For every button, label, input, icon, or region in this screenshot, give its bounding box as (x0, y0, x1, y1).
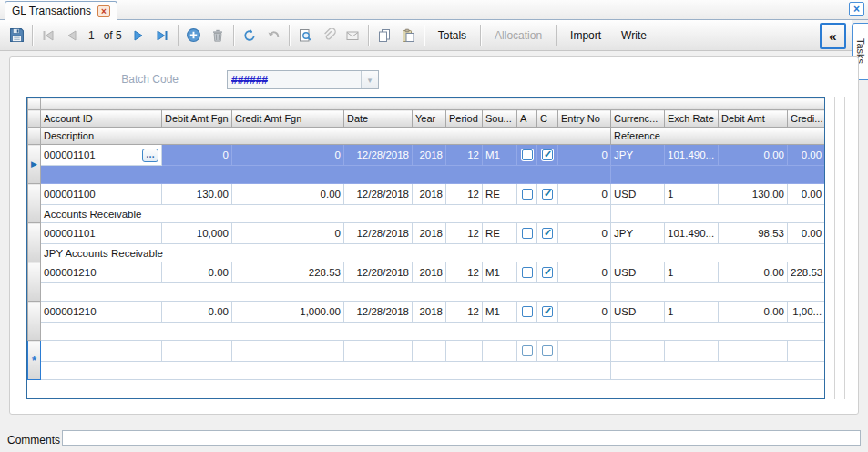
cell-account-id[interactable] (41, 341, 162, 362)
cell-debit-fgn[interactable]: 130.00 (162, 184, 232, 205)
row-indicator[interactable] (28, 223, 41, 262)
cell-credit-fgn[interactable] (232, 341, 344, 362)
c-checkbox[interactable] (542, 149, 553, 160)
cell-currency[interactable]: USD (611, 262, 665, 283)
cell-debit-amt[interactable]: 98.53 (719, 223, 788, 244)
cell-exch-rate[interactable]: 1 (665, 184, 719, 205)
cell-credit-fgn[interactable]: 1,000.00 (232, 302, 344, 323)
cell-credit-fgn[interactable]: 0 (232, 223, 344, 244)
a-checkbox[interactable] (522, 345, 533, 356)
cell-source[interactable]: M1 (483, 145, 517, 166)
cell-debit-fgn[interactable] (162, 341, 232, 362)
cell-reference[interactable] (611, 166, 825, 184)
cell-source[interactable]: M1 (483, 302, 517, 323)
row-indicator[interactable] (28, 302, 41, 341)
collapse-toolbar-button[interactable]: « (820, 23, 846, 49)
cell-date[interactable]: 12/28/2018 (344, 302, 413, 323)
cell-description[interactable] (41, 323, 611, 341)
column-header-c[interactable]: C (537, 110, 558, 128)
column-header-account-id[interactable]: Account ID (41, 110, 162, 128)
cell-credit-amt[interactable]: 1,00... (788, 302, 825, 323)
cell-currency[interactable]: JPY (611, 223, 665, 244)
column-header-date[interactable]: Date (344, 110, 413, 128)
column-header-credit-fgn[interactable]: Credit Amt Fgn (232, 110, 344, 128)
cell-exch-rate[interactable]: 1 (665, 302, 719, 323)
cell-entry-no[interactable]: 0 (558, 302, 611, 323)
cell-reference[interactable] (611, 205, 825, 223)
cell-year[interactable]: 2018 (413, 302, 446, 323)
column-header-a[interactable]: A (517, 110, 537, 128)
a-checkbox[interactable] (522, 149, 533, 160)
cell-account-id[interactable]: 000001100 (41, 184, 162, 205)
tab-close-icon[interactable]: × (97, 5, 110, 17)
cell-exch-rate[interactable]: 1 (665, 262, 719, 283)
cell-year[interactable]: 2018 (413, 223, 446, 244)
import-button[interactable]: Import (560, 29, 611, 42)
cell-period[interactable]: 12 (446, 184, 483, 205)
cell-description[interactable] (41, 166, 611, 184)
cell-description[interactable] (41, 283, 611, 302)
add-record-button[interactable] (182, 24, 206, 47)
cell-credit-amt[interactable]: 0.00 (788, 223, 825, 244)
cell-year[interactable]: 2018 (413, 145, 446, 166)
c-checkbox[interactable] (542, 228, 553, 239)
cell-exch-rate[interactable]: 101.490... (665, 223, 719, 244)
cell-description[interactable]: Accounts Receivable (41, 205, 611, 223)
cell-currency[interactable]: USD (611, 184, 665, 205)
cell-credit-amt[interactable]: 0.00 (788, 184, 825, 205)
tab-gl-transactions[interactable]: GL Transactions × (5, 1, 117, 20)
cell-credit-amt[interactable]: 0.00 (788, 145, 825, 166)
cell-currency[interactable] (611, 341, 665, 362)
cell-entry-no[interactable]: 0 (558, 223, 611, 244)
cell-description[interactable]: JPY Accounts Receivable (41, 244, 611, 262)
last-record-button[interactable] (150, 24, 174, 47)
cell-source[interactable] (483, 341, 517, 362)
column-header-exch-rate[interactable]: Exch Rate (665, 110, 719, 128)
column-header-source[interactable]: Sou... (483, 110, 517, 128)
cell-reference[interactable] (611, 244, 825, 262)
window-close-button[interactable]: × (849, 2, 864, 16)
current-row-indicator[interactable]: ▶ (28, 145, 41, 184)
paste-button[interactable] (396, 24, 420, 47)
cell-currency[interactable]: JPY (611, 145, 665, 166)
column-header-reference[interactable]: Reference (611, 128, 825, 145)
cell-debit-amt[interactable]: 0.00 (719, 145, 788, 166)
column-header-currency[interactable]: Currenc... (611, 110, 665, 128)
column-header-entry-no[interactable]: Entry No (558, 110, 611, 128)
cell-year[interactable] (413, 341, 446, 362)
cell-debit-fgn[interactable]: 0.00 (162, 302, 232, 323)
column-header-credit-amt[interactable]: Credi... (788, 110, 825, 128)
cell-credit-amt[interactable]: 228.53 (788, 262, 825, 283)
c-checkbox[interactable] (542, 267, 553, 278)
cell-year[interactable]: 2018 (413, 184, 446, 205)
c-checkbox[interactable] (542, 345, 553, 356)
column-header-period[interactable]: Period (446, 110, 483, 128)
cell-entry-no[interactable] (558, 341, 611, 362)
refresh-button[interactable] (238, 24, 261, 47)
preview-button[interactable] (293, 24, 317, 47)
cell-entry-no[interactable]: 0 (558, 184, 611, 205)
column-header-debit-fgn[interactable]: Debit Amt Fgn (162, 110, 232, 128)
column-header-year[interactable]: Year (413, 110, 446, 128)
cell-debit-fgn[interactable]: 0.00 (162, 262, 232, 283)
totals-button[interactable]: Totals (428, 29, 476, 42)
cell-source[interactable]: RE (483, 184, 517, 205)
cell-period[interactable]: 12 (446, 223, 483, 244)
cell-date[interactable]: 12/28/2018 (344, 223, 413, 244)
cell-exch-rate[interactable]: 101.490... (665, 145, 719, 166)
cell-debit-fgn[interactable]: 10,000 (162, 223, 232, 244)
cell-debit-amt[interactable] (719, 341, 788, 362)
cell-debit-amt[interactable]: 0.00 (719, 302, 788, 323)
a-checkbox[interactable] (522, 267, 533, 278)
cell-source[interactable]: M1 (483, 262, 517, 283)
cell-credit-amt[interactable] (788, 341, 825, 362)
cell-reference[interactable] (611, 362, 825, 380)
cell-entry-no[interactable]: 0 (558, 145, 611, 166)
cell-period[interactable]: 12 (446, 145, 483, 166)
cell-period[interactable] (446, 341, 483, 362)
cell-exch-rate[interactable] (665, 341, 719, 362)
cell-account-id[interactable]: 000001101 (41, 223, 162, 244)
cell-credit-fgn[interactable]: 0 (232, 145, 344, 166)
record-position-value[interactable]: 1 (84, 29, 99, 42)
next-record-button[interactable] (127, 24, 150, 47)
